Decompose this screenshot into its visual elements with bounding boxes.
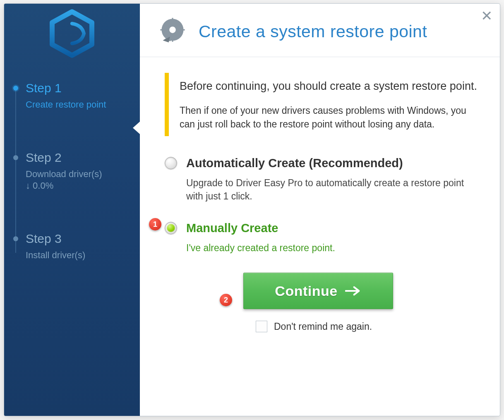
intro-text-1: Before continuing, you should create a s… <box>180 78 483 95</box>
annotation-marker-1: 1 <box>149 218 161 230</box>
intro-text-2: Then if one of your new drivers causes p… <box>180 104 483 132</box>
option-manual[interactable]: Manually Create I've already created a r… <box>165 221 483 254</box>
dont-remind-label: Don't remind me again. <box>274 321 372 332</box>
continue-button-label: Continue <box>275 283 337 299</box>
arrow-right-icon <box>345 285 362 297</box>
sidebar: Step 1 Create restore point Step 2 Downl… <box>4 4 140 416</box>
svg-rect-8 <box>160 29 163 31</box>
continue-button[interactable]: Continue <box>243 273 393 309</box>
annotation-marker-2: 2 <box>220 294 232 306</box>
page-title: Create a system restore point <box>199 22 427 41</box>
step-title: Step 2 <box>26 150 140 165</box>
step-subtitle: Download driver(s) ↓ 0.0% <box>26 168 140 192</box>
main-panel: Create a system restore point Before con… <box>140 4 500 416</box>
intro-block: Before continuing, you should create a s… <box>165 73 483 136</box>
svg-rect-6 <box>172 18 173 21</box>
content-area: Before continuing, you should create a s… <box>140 57 500 332</box>
step-2: Step 2 Download driver(s) ↓ 0.0% <box>13 150 140 192</box>
svg-point-5 <box>169 26 176 33</box>
dialog-window: ✕ Step 1 Cre <box>4 3 500 416</box>
option-manual-label: Manually Create <box>186 221 335 235</box>
step-title: Step 3 <box>26 231 140 246</box>
hexagon-logo-icon <box>47 9 97 58</box>
option-auto[interactable]: Automatically Create (Recommended) Upgra… <box>165 156 483 203</box>
step-1: Step 1 Create restore point <box>13 81 140 111</box>
main-header: Create a system restore point <box>140 4 500 57</box>
radio-manual[interactable] <box>165 222 177 234</box>
active-step-arrow-icon <box>133 121 140 134</box>
dont-remind-checkbox[interactable] <box>256 321 267 332</box>
step-dot-icon <box>13 86 18 91</box>
dont-remind-row: Don't remind me again. <box>256 321 483 332</box>
radio-auto[interactable] <box>165 157 177 169</box>
step-subtitle: Install driver(s) <box>26 250 140 262</box>
step-3: Step 3 Install driver(s) <box>13 231 140 262</box>
step-list: Step 1 Create restore point Step 2 Downl… <box>13 81 140 261</box>
svg-rect-9 <box>182 29 185 31</box>
step-title: Step 1 <box>26 81 140 96</box>
option-auto-desc: Upgrade to Driver Easy Pro to automatica… <box>186 176 483 203</box>
option-manual-desc: I've already created a restore point. <box>186 241 335 254</box>
step-dot-icon <box>13 236 18 241</box>
step-dot-icon <box>13 155 18 160</box>
app-logo <box>4 9 140 81</box>
restore-point-icon <box>156 15 189 48</box>
step-subtitle: Create restore point <box>26 99 140 111</box>
action-area: Continue Don't remind me again. <box>243 273 483 332</box>
svg-rect-7 <box>172 38 173 42</box>
option-auto-label: Automatically Create (Recommended) <box>186 156 483 170</box>
